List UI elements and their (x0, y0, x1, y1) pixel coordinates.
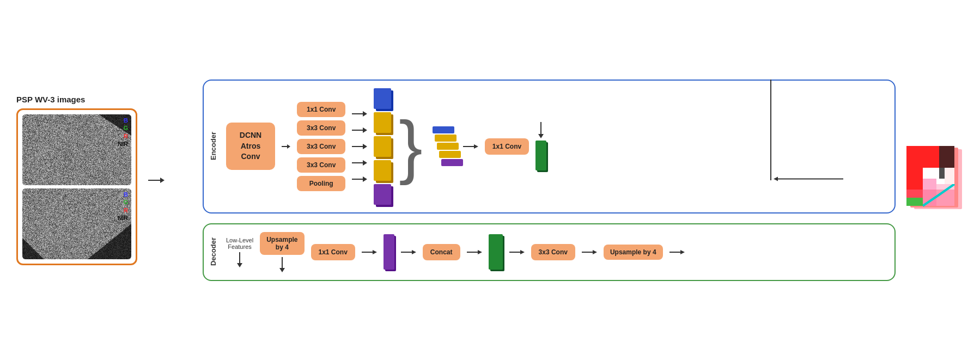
svg-marker-25 (412, 250, 416, 254)
encoder-label: Encoder (209, 132, 217, 160)
svg-marker-29 (520, 250, 525, 254)
svg-marker-15 (474, 144, 478, 149)
svg-marker-3 (287, 144, 290, 149)
input-arrow (148, 175, 165, 186)
decoder-feat-green (489, 234, 503, 270)
band-b-1: B (124, 117, 128, 124)
conv-block-3: 3x3 Conv (297, 157, 345, 173)
seg-svg (906, 146, 964, 214)
band-labels-1: B G R NIR (118, 117, 128, 148)
vertical-connector (770, 80, 771, 180)
band-nir-1: NIR (118, 140, 128, 148)
svg-marker-31 (593, 250, 597, 254)
images-container: B G R NIR B G R NIR (16, 108, 137, 265)
enc-to-dec-arrow (770, 173, 843, 187)
feat-map-yellow-2 (374, 136, 391, 157)
upsample-box-1: Upsampleby 4 (260, 232, 304, 255)
output-seg-map (906, 146, 964, 214)
band-labels-2: B G R NIR (118, 191, 128, 222)
right-bracket: } (399, 121, 422, 171)
band-g-1: G (123, 124, 128, 132)
low-level-col: Low-LevelFeatures (226, 237, 253, 267)
decoder-feat-purple (384, 234, 394, 270)
decoder-3x3-conv: 3x3 Conv (531, 244, 575, 260)
dec-arr-1 (362, 247, 377, 258)
svg-marker-7 (363, 127, 367, 133)
decoder-1x1-conv: 1x1 Conv (311, 244, 355, 260)
svg-marker-9 (363, 144, 367, 149)
band-g-2: G (123, 198, 128, 206)
low-level-label: Low-LevelFeatures (226, 237, 253, 250)
stack-to-conv-arrow (463, 141, 478, 152)
dec-arr-2 (401, 247, 416, 258)
conv-block-2: 3x3 Conv (297, 139, 345, 154)
decoder-label: Decoder (209, 237, 217, 266)
feature-maps-col (374, 88, 391, 205)
svg-marker-21 (279, 268, 285, 272)
svg-marker-19 (237, 263, 242, 267)
encoder-conv-column: 1x1 Conv 3x3 Conv 3x3 Conv 3x3 Conv Pool… (297, 102, 345, 191)
band-r-1: R (124, 132, 128, 140)
encoder-output-feat (535, 141, 546, 170)
decoder-box: Decoder Low-LevelFeatures Upsampleby 4 1… (203, 223, 896, 281)
conv-block-1: 3x3 Conv (297, 120, 345, 136)
feat-map-yellow-1 (374, 112, 391, 133)
dec-arr-6 (669, 247, 685, 258)
band-b-2: B (124, 191, 128, 198)
encoder-1x1-conv: 1x1 Conv (485, 138, 529, 155)
svg-marker-27 (478, 250, 482, 254)
image-canvas-2 (22, 188, 131, 259)
network-diagrams: Encoder DCNNAtrosConv 1x1 Conv 3x3 Conv … (175, 80, 896, 281)
svg-marker-17 (538, 134, 544, 138)
dcnn-arrow (282, 141, 290, 152)
upsample-col: Upsampleby 4 (260, 232, 304, 272)
image-card-1: B G R NIR (22, 114, 131, 185)
concat-box: Concat (423, 244, 460, 260)
svg-rect-46 (945, 168, 954, 184)
down-arrow-enc (535, 122, 546, 138)
encoder-output-col (535, 122, 546, 170)
dcnn-box: DCNNAtrosConv (226, 123, 275, 170)
image-canvas-1 (22, 114, 131, 185)
upsample-arrow-down (277, 257, 288, 272)
svg-marker-23 (373, 250, 377, 254)
svg-rect-45 (906, 198, 923, 206)
svg-marker-33 (680, 250, 685, 254)
band-nir-2: NIR (118, 214, 128, 222)
dec-arr-4 (509, 247, 525, 258)
feat-map-yellow-3 (374, 160, 391, 181)
band-r-2: R (124, 206, 128, 214)
conv-to-feat-arrows (352, 107, 367, 186)
svg-marker-11 (363, 160, 367, 166)
conv-block-0: 1x1 Conv (297, 102, 345, 117)
svg-marker-5 (363, 111, 367, 117)
dec-arr-5 (582, 247, 597, 258)
stacked-layers (433, 126, 454, 166)
svg-marker-1 (160, 178, 165, 183)
dec-arr-3 (467, 247, 482, 258)
conv-block-4: Pooling (297, 176, 345, 191)
feat-map-purple (374, 184, 391, 205)
feat-map-blue (374, 88, 391, 109)
main-container: PSP WV-3 images B G R NIR B G R NIR (0, 0, 980, 360)
psp-section: PSP WV-3 images B G R NIR B G R NIR (16, 95, 137, 265)
encoder-box: Encoder DCNNAtrosConv 1x1 Conv 3x3 Conv … (203, 80, 896, 213)
psp-title: PSP WV-3 images (16, 95, 85, 104)
svg-marker-35 (774, 176, 778, 181)
image-card-2: B G R NIR (22, 188, 131, 259)
upsample-box-2: Upsample by 4 (604, 245, 663, 260)
lf-arrow-down (234, 252, 245, 267)
svg-marker-13 (363, 176, 367, 182)
